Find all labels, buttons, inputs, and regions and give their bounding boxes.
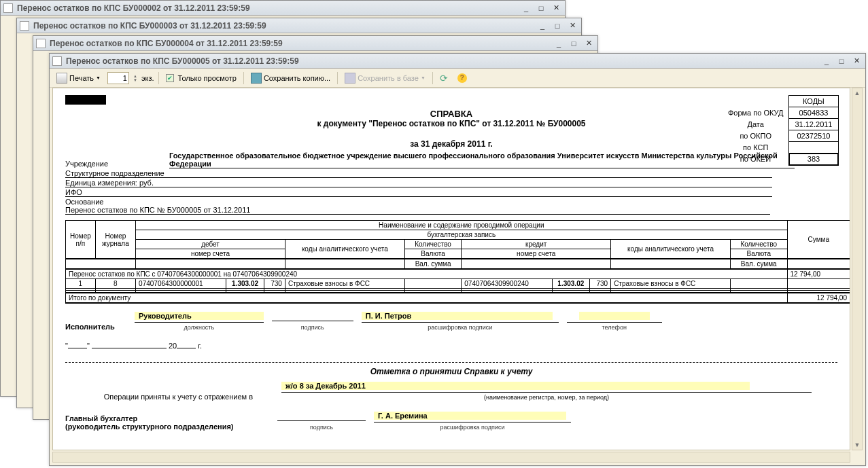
titlebar: Перенос остатков по КПС БУ000004 от 31.1… xyxy=(33,36,597,51)
copies-input[interactable] xyxy=(107,72,129,84)
window-title: Перенос остатков по КПС БУ000005 от 31.1… xyxy=(66,56,820,66)
transfer-caption-row: Перенос остатков по КПС с 07407064300000… xyxy=(66,269,850,279)
doc-icon xyxy=(3,3,13,13)
position-value[interactable]: Руководитель xyxy=(135,312,196,320)
performer-row: Исполнитель Руководитель должность подпи… xyxy=(65,310,837,331)
toolbar: Печать ▼ ▲▼ экз. ✔ Только просмотр Сохра… xyxy=(50,69,865,88)
main-table: Номер п/п Номер журнала Наименование и с… xyxy=(65,220,850,304)
struct-row: Структурное подразделение xyxy=(65,169,837,178)
ei-row: Единица измерения: руб. xyxy=(65,179,837,187)
chief-row: Главный бухгалтер (руководитель структур… xyxy=(65,410,837,431)
view-only-label: Только просмотр xyxy=(178,74,237,82)
copies-stepper[interactable]: ▲▼ xyxy=(133,74,137,82)
scrollbar-vertical[interactable]: ▲ ▼ xyxy=(852,88,863,450)
minimize-button[interactable]: _ xyxy=(536,20,549,31)
view-only-toggle[interactable]: ✔ Только просмотр xyxy=(163,73,239,84)
titlebar: Перенос остатков по КПС БУ000005 от 31.1… xyxy=(50,54,865,69)
name-value[interactable]: П. И. Петров xyxy=(362,312,416,320)
refresh-icon: ⟳ xyxy=(440,73,448,84)
minimize-button[interactable]: _ xyxy=(820,56,833,67)
save-db-label: Сохранить в базе xyxy=(358,74,419,82)
check-icon: ✔ xyxy=(166,74,174,82)
save-db-button[interactable]: Сохранить в базе ▼ xyxy=(342,71,428,85)
minimize-button[interactable]: _ xyxy=(520,3,532,14)
date-line: "" 20 г. xyxy=(65,338,837,350)
save-copy-button[interactable]: Сохранить копию... xyxy=(248,71,333,85)
diskette-icon xyxy=(251,73,262,84)
doc-icon xyxy=(52,56,62,66)
help-button[interactable]: ? xyxy=(455,72,470,84)
doc-title1: СПРАВКА xyxy=(65,109,837,119)
save-copy-label: Сохранить копию... xyxy=(264,74,330,82)
chief-name-value[interactable]: Г. А. Еремина xyxy=(374,412,432,420)
scrollbar-horizontal[interactable] xyxy=(52,452,850,463)
close-button[interactable]: ✕ xyxy=(850,56,863,67)
maximize-button[interactable]: □ xyxy=(535,3,547,14)
close-button[interactable]: ✕ xyxy=(550,3,562,14)
print-button[interactable]: Печать ▼ xyxy=(54,71,103,85)
register-value[interactable]: ж/о 8 за Декабрь 2011 xyxy=(281,382,370,390)
maximize-button[interactable]: □ xyxy=(551,20,563,31)
scroll-up-icon[interactable]: ▲ xyxy=(852,88,862,98)
phone-value[interactable] xyxy=(579,312,650,320)
print-label: Печать xyxy=(69,74,94,82)
basis-row: Основание Перенос остатков по КПС № БУ00… xyxy=(65,198,837,215)
black-block xyxy=(65,95,106,105)
titlebar: Перенос остатков по КПС БУ000002 от 31.1… xyxy=(1,1,565,16)
codes-header: КОДЫ xyxy=(789,96,838,107)
help-icon: ? xyxy=(457,73,467,83)
window-title: Перенос остатков по КПС БУ000004 от 31.1… xyxy=(50,39,553,48)
org-row: Учреждение Государственное образовательн… xyxy=(65,151,837,168)
printer-icon xyxy=(56,73,67,84)
window-title: Перенос остатков по КПС БУ000002 от 31.1… xyxy=(17,3,520,13)
doc-icon xyxy=(36,39,46,48)
diskette-db-icon xyxy=(345,73,355,84)
accept-line: Операции приняты к учету с отражением в … xyxy=(65,382,837,401)
window-main: Перенос остатков по КПС БУ000005 от 31.1… xyxy=(49,53,866,466)
ifo-row: ИФО xyxy=(65,188,837,197)
maximize-button[interactable]: □ xyxy=(835,56,848,67)
minimize-button[interactable]: _ xyxy=(553,38,565,49)
total-row: Итого по документу 12 794,00 xyxy=(66,293,850,303)
doc-icon xyxy=(20,21,29,31)
doc-title2: к документу "Перенос остатков по КПС" от… xyxy=(65,119,837,128)
close-button[interactable]: ✕ xyxy=(566,20,578,31)
accept-title: Отметка о принятии Справки к учету xyxy=(65,362,837,376)
document-area[interactable]: КОДЫ Форма по ОКУД0504833 Дата31.12.2011… xyxy=(52,88,850,450)
refresh-button[interactable]: ⟳ xyxy=(437,71,451,85)
window-title: Перенос остатков по КПС БУ000003 от 31.1… xyxy=(33,21,536,31)
table-row: 1 8 07407064300000001 1.303.02 730 Страх… xyxy=(66,279,850,289)
doc-date-sub: за 31 декабря 2011 г. xyxy=(65,139,837,149)
titlebar: Перенос остатков по КПС БУ000003 от 31.1… xyxy=(17,18,581,33)
close-button[interactable]: ✕ xyxy=(583,38,595,49)
maximize-button[interactable]: □ xyxy=(568,38,580,49)
copies-suffix: экз. xyxy=(141,74,154,82)
scroll-down-icon[interactable]: ▼ xyxy=(852,440,862,450)
codes-table: КОДЫ Форма по ОКУД0504833 Дата31.12.2011… xyxy=(723,95,839,166)
